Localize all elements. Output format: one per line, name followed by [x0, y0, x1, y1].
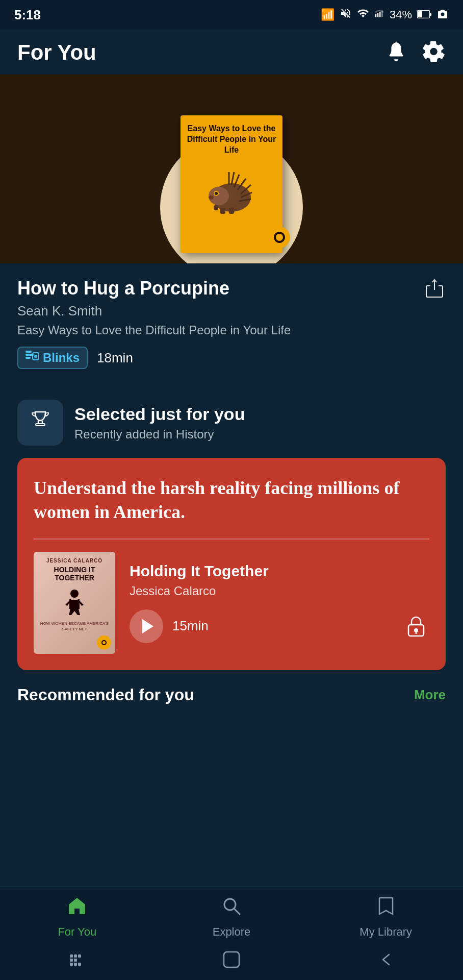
- home-icon: [66, 895, 88, 921]
- svg-rect-6: [430, 13, 431, 16]
- blinks-icon: [25, 351, 39, 365]
- book-subtitle: Easy Ways to Love the Difficult People i…: [17, 323, 446, 337]
- featured-cover-subtitle: HOW WOMEN BECAME AMERICA'S SAFETY NET: [38, 621, 111, 632]
- book-hero[interactable]: Easy Ways to Love the Difficult People i…: [0, 75, 463, 263]
- svg-rect-38: [78, 954, 81, 958]
- svg-point-17: [215, 192, 218, 195]
- svg-point-32: [414, 628, 418, 632]
- header: For You: [0, 30, 463, 75]
- card-book-row: JESSICA CALARCO HOLDING IT TOGETHER HOW …: [34, 552, 429, 654]
- book-cover-image: Easy Ways to Love the Difficult People i…: [181, 115, 282, 253]
- svg-rect-36: [70, 954, 73, 958]
- svg-rect-0: [375, 14, 377, 17]
- svg-rect-42: [74, 963, 77, 966]
- svg-point-26: [34, 355, 37, 358]
- selected-icon-box: [17, 400, 63, 446]
- featured-cover-title: HOLDING IT TOGETHER: [38, 566, 111, 583]
- notification-button[interactable]: [384, 40, 408, 65]
- svg-rect-1: [377, 13, 379, 17]
- selected-section: Selected just for you Recently added in …: [0, 400, 463, 670]
- recommended-section: Recommended for you More: [0, 670, 463, 704]
- svg-rect-40: [74, 959, 77, 962]
- recommended-title: Recommended for you: [17, 685, 194, 704]
- svg-rect-24: [25, 357, 31, 359]
- blinks-badge[interactable]: Blinks: [17, 347, 88, 369]
- svg-rect-5: [418, 11, 422, 17]
- book-info: How to Hug a Porcupine Sean K. Smith Eas…: [0, 263, 463, 374]
- svg-rect-41: [70, 963, 73, 966]
- battery-icon: [417, 8, 431, 21]
- svg-rect-43: [78, 963, 81, 966]
- selected-title: Selected just for you: [74, 404, 446, 424]
- blinks-label: Blinks: [43, 351, 80, 365]
- nav-label-my-library: My Library: [359, 925, 412, 939]
- camera-icon: [436, 8, 449, 21]
- share-button[interactable]: [423, 278, 446, 302]
- book-title: How to Hug a Porcupine: [17, 278, 446, 299]
- status-icons: 📶 34%: [321, 7, 449, 22]
- mute-icon: [340, 7, 352, 22]
- nav-item-my-library[interactable]: My Library: [308, 895, 463, 939]
- search-icon: [221, 895, 242, 921]
- svg-rect-39: [70, 959, 73, 962]
- signal-icon: [374, 8, 384, 21]
- selected-subtitle: Recently added in History: [74, 427, 446, 442]
- page-title: For You: [17, 40, 96, 65]
- status-time: 5:18: [14, 7, 41, 23]
- featured-card[interactable]: Understand the harsh reality facing mill…: [17, 458, 446, 670]
- android-menu-button[interactable]: [68, 950, 86, 971]
- svg-line-13: [232, 172, 234, 185]
- featured-book-title: Holding It Together: [130, 562, 429, 580]
- status-bar: 5:18 📶 34%: [0, 0, 463, 30]
- svg-point-29: [70, 590, 79, 598]
- book-meta: Blinks 18min: [17, 347, 446, 369]
- book-cover-title: Easy Ways to Love the Difficult People i…: [186, 124, 277, 155]
- svg-rect-44: [224, 952, 239, 967]
- book-duration: 18min: [97, 350, 133, 366]
- bookmark-icon: [375, 895, 397, 921]
- nav-item-explore[interactable]: Explore: [155, 895, 309, 939]
- lock-button[interactable]: [403, 613, 429, 640]
- svg-rect-28: [36, 424, 45, 426]
- svg-point-34: [224, 899, 236, 910]
- battery-text: 34%: [390, 8, 412, 21]
- section-gap: [0, 374, 463, 400]
- featured-book-cover: JESSICA CALARCO HOLDING IT TOGETHER HOW …: [34, 552, 115, 654]
- header-icons: [384, 40, 446, 65]
- selected-header: Selected just for you Recently added in …: [17, 400, 446, 446]
- play-button[interactable]: [130, 609, 163, 643]
- svg-rect-20: [229, 208, 234, 214]
- featured-cover-author: JESSICA CALARCO: [46, 558, 102, 564]
- porcupine-illustration: [201, 164, 262, 215]
- android-back-button[interactable]: [377, 950, 395, 971]
- featured-book-info: Holding It Together Jessica Calarco 15mi…: [130, 562, 429, 643]
- card-tagline: Understand the harsh reality facing mill…: [34, 476, 429, 524]
- wifi-icon: [357, 7, 369, 22]
- recommended-more-button[interactable]: More: [414, 687, 446, 703]
- svg-point-18: [209, 195, 214, 200]
- android-home-button[interactable]: [222, 950, 241, 971]
- featured-book-author: Jessica Calarco: [130, 584, 429, 598]
- card-divider: [34, 538, 429, 540]
- play-duration: 15min: [172, 618, 209, 634]
- bluetooth-icon: 📶: [321, 8, 335, 21]
- bottom-navigation: For You Explore My Library: [0, 887, 463, 980]
- play-triangle-icon: [142, 619, 153, 633]
- nav-label-for-you: For You: [58, 925, 96, 939]
- svg-line-35: [235, 909, 240, 914]
- settings-button[interactable]: [422, 40, 446, 65]
- selected-text-block: Selected just for you Recently added in …: [74, 404, 446, 442]
- book-author: Sean K. Smith: [17, 303, 446, 319]
- blinkist-logo-badge: [269, 227, 290, 248]
- android-nav: [0, 943, 463, 980]
- blinkist-badge-small: [97, 635, 111, 650]
- nav-label-explore: Explore: [213, 925, 251, 939]
- trophy-icon: [28, 408, 53, 438]
- play-row: 15min: [130, 609, 209, 643]
- nav-item-for-you[interactable]: For You: [0, 895, 155, 939]
- nav-items: For You Explore My Library: [0, 887, 463, 943]
- svg-rect-19: [220, 208, 225, 214]
- svg-rect-37: [74, 954, 77, 958]
- svg-rect-3: [381, 10, 383, 17]
- card-bottom-row: 15min: [130, 609, 429, 643]
